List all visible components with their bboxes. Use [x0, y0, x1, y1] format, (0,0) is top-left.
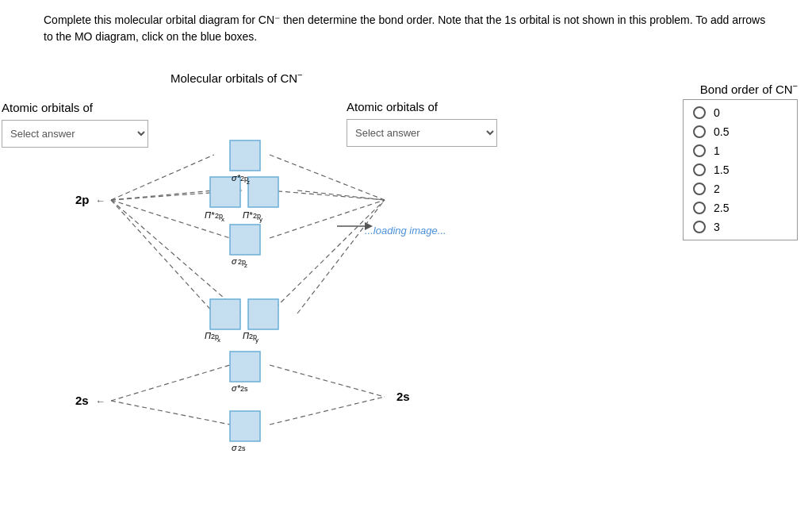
svg-text:σ*: σ* — [232, 173, 241, 183]
bond-option-3[interactable]: 3 — [693, 221, 787, 233]
instructions: Complete this molecular orbital diagram … — [44, 12, 768, 45]
bond-value-2.5: 2.5 — [714, 202, 729, 214]
svg-line-8 — [270, 155, 385, 200]
bond-order-box: 0 0.5 1 1.5 2 2.5 3 — [683, 99, 798, 240]
bond-value-0.5: 0.5 — [714, 125, 729, 138]
svg-text:y: y — [259, 216, 262, 223]
bond-order-title: Bond order of CN− — [700, 81, 798, 96]
radio-0[interactable] — [693, 106, 706, 119]
svg-line-13 — [297, 200, 385, 313]
svg-text:x: x — [221, 216, 224, 223]
svg-line-10 — [297, 190, 385, 200]
svg-text:2s: 2s — [396, 390, 410, 403]
svg-text:σ: σ — [232, 256, 237, 266]
svg-line-16 — [270, 365, 385, 397]
svg-line-12 — [270, 200, 385, 313]
bond-option-2.5[interactable]: 2.5 — [693, 202, 787, 214]
svg-text:x: x — [217, 336, 220, 344]
svg-text:σ: σ — [232, 443, 237, 452]
bond-value-1.5: 1.5 — [714, 163, 729, 176]
radio-2.5[interactable] — [693, 202, 706, 214]
radio-0.5[interactable] — [693, 125, 706, 138]
bond-value-3: 3 — [714, 221, 720, 233]
pi-2px-box[interactable] — [210, 299, 240, 329]
svg-text:2s: 2s — [240, 385, 248, 393]
svg-text:2s: 2s — [238, 444, 246, 452]
svg-line-17 — [270, 397, 385, 425]
svg-text:Π: Π — [205, 331, 211, 340]
sigma-2pz-box[interactable] — [230, 225, 260, 255]
svg-text:σ*: σ* — [232, 383, 241, 393]
bond-value-0: 0 — [714, 106, 720, 119]
pi-2py-box[interactable] — [248, 299, 278, 329]
bond-option-0[interactable]: 0 — [693, 106, 787, 119]
svg-text:2s: 2s — [75, 394, 89, 407]
radio-3[interactable] — [693, 221, 706, 233]
svg-text:2p: 2p — [75, 193, 90, 206]
svg-line-6 — [111, 200, 214, 313]
bond-option-1[interactable]: 1 — [693, 144, 787, 157]
svg-line-14 — [111, 365, 230, 401]
bond-option-2[interactable]: 2 — [693, 183, 787, 195]
svg-text:Π*: Π* — [243, 210, 253, 220]
radio-1.5[interactable] — [693, 163, 706, 176]
svg-text:←: ← — [95, 194, 105, 206]
sigma-2s-star-box[interactable] — [230, 352, 260, 382]
svg-line-15 — [111, 401, 230, 425]
svg-text:Π: Π — [243, 331, 249, 340]
svg-text:y: y — [255, 336, 259, 344]
svg-line-3 — [111, 190, 214, 200]
sigma-2s-box[interactable] — [230, 411, 260, 441]
bond-value-1: 1 — [714, 144, 720, 157]
radio-2[interactable] — [693, 183, 706, 195]
svg-line-9 — [270, 190, 385, 200]
pi-2py-star-box[interactable] — [248, 177, 278, 207]
sigma-2pz-star-box[interactable] — [230, 140, 260, 171]
mo-diagram-svg: σ* 2p z Π* 2p x Π* 2p y σ 2p z Π 2p x Π … — [67, 83, 511, 512]
bond-option-1.5[interactable]: 1.5 — [693, 163, 787, 176]
bond-value-2: 2 — [714, 183, 720, 195]
svg-text:Π*: Π* — [205, 210, 215, 220]
radio-1[interactable] — [693, 144, 706, 157]
bond-option-0.5[interactable]: 0.5 — [693, 125, 787, 138]
svg-text:z: z — [247, 179, 250, 186]
svg-line-11 — [270, 200, 385, 238]
svg-text:←: ← — [95, 395, 105, 407]
svg-text:z: z — [244, 262, 247, 269]
